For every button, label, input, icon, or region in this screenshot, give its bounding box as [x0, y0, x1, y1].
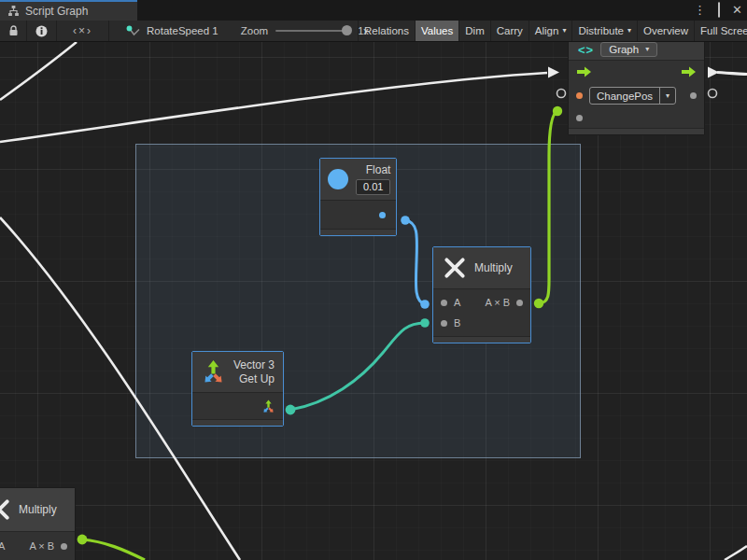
wire-arrowhead-in — [548, 67, 559, 78]
chevron-down-icon: ▾ — [645, 46, 649, 53]
title-bar: Script Graph ⋮ ✕ — [0, 0, 747, 21]
control-input-port[interactable] — [576, 65, 592, 78]
multiply2-output-port[interactable] — [61, 543, 67, 550]
node-title: Float — [366, 163, 391, 176]
node-title: Multiply — [474, 261, 513, 274]
edit-graph-button[interactable]: ‹×› — [57, 21, 109, 41]
script-graph-window: Script Graph ⋮ ✕ — [0, 0, 747, 560]
wire-arrowhead-out — [708, 67, 719, 78]
node-subtitle: Get Up — [239, 372, 275, 385]
graph-event-node[interactable]: <> Graph ▾ Change — [568, 42, 705, 135]
tab-title: Script Graph — [25, 5, 88, 18]
float-type-icon — [328, 169, 348, 189]
close-icon[interactable]: ✕ — [732, 1, 742, 20]
multiply-input-a-port[interactable] — [441, 300, 447, 306]
float-output-port[interactable] — [379, 212, 386, 218]
graph-canvas[interactable]: Float 0.01 Multiply — [0, 42, 747, 560]
wire-white-corner — [725, 546, 747, 560]
changepos-dropdown[interactable]: ChangePos ▾ — [589, 87, 676, 105]
fullscreen-button[interactable]: Full Screen — [694, 21, 747, 41]
node-title: Vector 3 — [233, 358, 275, 371]
multiply-output-port[interactable] — [516, 300, 523, 306]
tab-script-graph[interactable]: Script Graph — [0, 0, 137, 21]
overview-button[interactable]: Overview — [637, 21, 694, 41]
wire-white-topleft — [0, 42, 77, 100]
chevron-down-icon: ▾ — [627, 27, 631, 35]
multiply-node[interactable]: Multiply A A × B B — [432, 246, 531, 343]
wire-green-multiply2-out — [82, 539, 145, 560]
multiply-input-b-port[interactable] — [441, 320, 447, 327]
chevron-down-icon: ▾ — [562, 27, 566, 35]
zoom-label: Zoom — [241, 25, 268, 36]
node-title: Multiply — [19, 503, 57, 516]
zoom-slider-handle[interactable] — [342, 25, 352, 35]
float-node[interactable]: Float 0.01 — [319, 158, 397, 236]
chevron-down-icon: ▾ — [666, 92, 669, 100]
control-output-port[interactable] — [681, 65, 697, 78]
wire-white-to-graph-node — [0, 73, 547, 142]
vector3-output-port[interactable] — [261, 399, 275, 413]
values-button[interactable]: Values — [415, 21, 458, 41]
event-value-output-port[interactable] — [690, 92, 697, 99]
event-value-input-port[interactable] — [576, 92, 583, 99]
info-button[interactable] — [27, 21, 57, 41]
padlock-icon — [8, 25, 19, 36]
distribute-dropdown[interactable]: Distribute▾ — [571, 21, 637, 41]
multiply-node-2[interactable]: Multiply A A × B — [0, 487, 76, 560]
maximize-icon[interactable] — [718, 1, 720, 20]
graph-dropdown-button[interactable]: Graph ▾ — [600, 42, 657, 57]
unconnected-port-ring-right — [709, 90, 717, 98]
multiply-x-icon — [443, 256, 467, 280]
event-extra-port[interactable] — [576, 115, 583, 121]
breadcrumb-label: RotateSpeed 1 — [147, 25, 218, 36]
zoom-control: Zoom 1x — [228, 21, 369, 41]
code-brackets-icon: <> — [578, 43, 594, 57]
graph-toolbar: ‹×› RotateSpeed 1 Zoom 1x Relations Valu… — [0, 21, 747, 42]
flow-graph-icon — [126, 25, 141, 37]
lock-button[interactable] — [0, 21, 27, 41]
unconnected-port-ring-left — [557, 90, 566, 98]
carry-button[interactable]: Carry — [490, 21, 529, 41]
code-cross-icon: ‹×› — [73, 24, 92, 37]
info-icon — [35, 25, 48, 37]
breadcrumb[interactable]: RotateSpeed 1 — [109, 21, 228, 41]
menu-icon[interactable]: ⋮ — [694, 1, 706, 20]
multiply-x-icon — [0, 497, 11, 522]
float-value-input[interactable]: 0.01 — [356, 179, 390, 195]
window-controls: ⋮ ✕ — [694, 1, 742, 20]
zoom-slider[interactable] — [275, 30, 350, 32]
relations-button[interactable]: Relations — [358, 21, 415, 41]
dim-button[interactable]: Dim — [458, 21, 489, 41]
wire-white-out-right — [717, 73, 747, 75]
vector3-axes-icon — [201, 359, 226, 385]
vector3-get-up-node[interactable]: Vector 3 Get Up — [191, 351, 284, 427]
graph-hierarchy-icon — [7, 6, 20, 17]
align-dropdown[interactable]: Align▾ — [529, 21, 572, 41]
